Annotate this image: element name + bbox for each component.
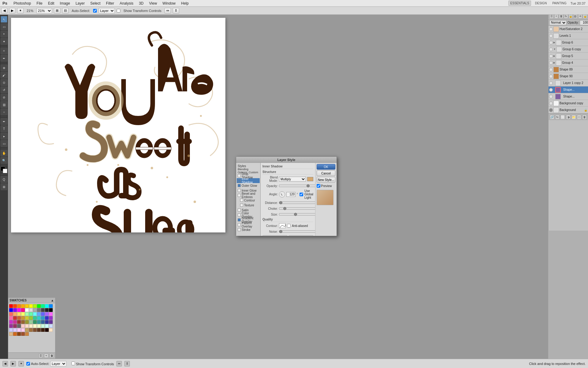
style-item-outerglow[interactable]: Outer Glow (237, 183, 260, 188)
swatch-10[interactable] (49, 304, 53, 308)
angle-dial[interactable] (279, 191, 285, 197)
swatch-3[interactable] (21, 304, 25, 308)
tool-options-btn[interactable]: ◀ (1, 8, 7, 13)
layer-row-shape-sel[interactable]: Shape... (548, 86, 588, 93)
delete-btn[interactable]: 🗑 (582, 115, 587, 120)
style-item-bevemb[interactable]: Bevel and Emboss (237, 193, 260, 198)
swatch-51[interactable] (37, 320, 41, 324)
layer-row-shape90[interactable]: Shape 90 (548, 73, 588, 80)
reset-to-default-btn[interactable]: Reset to Default (289, 235, 314, 236)
hand-tool[interactable]: ✋ (1, 150, 7, 156)
swatch-77[interactable] (9, 332, 13, 336)
eye-icon-bg[interactable] (549, 108, 553, 112)
menu-window[interactable]: Window (160, 1, 178, 6)
swatch-41[interactable] (41, 316, 45, 320)
lasso-tool[interactable]: ⌖ (1, 31, 7, 37)
check-satin[interactable] (238, 209, 241, 212)
pen-tool[interactable]: ✒ (1, 118, 7, 125)
menu-select[interactable]: Select (88, 1, 103, 6)
choke-slider[interactable] (279, 207, 315, 210)
swatch-81[interactable] (25, 332, 29, 336)
swatch-36[interactable] (21, 316, 25, 320)
swatch-38[interactable] (29, 316, 33, 320)
swatch-6[interactable] (33, 304, 37, 308)
blend-mode-select[interactable]: NormalMultiplyScreen (549, 20, 567, 25)
eye-icon-group6copy[interactable] (549, 48, 553, 51)
check-innerglow[interactable] (238, 189, 241, 192)
painting-button[interactable]: PAINTING (551, 1, 568, 6)
eye-icon-bgcopy[interactable] (549, 102, 553, 105)
blend-color-swatch[interactable] (307, 177, 313, 181)
opacity-input[interactable] (580, 20, 588, 25)
status-align-btn2[interactable]: ⇕ (124, 361, 130, 366)
swatch-12[interactable] (13, 308, 17, 312)
swatch-52[interactable] (41, 320, 45, 324)
swatch-22[interactable] (9, 312, 13, 316)
menu-filter[interactable]: Filter (104, 1, 117, 6)
layer-row-group6copy[interactable]: ▼ Group 6 copy (548, 46, 588, 53)
swatch-73[interactable] (37, 328, 41, 332)
swatch-68[interactable] (17, 328, 21, 332)
swatch-24[interactable] (17, 312, 21, 316)
swatch-35[interactable] (17, 316, 21, 320)
gradient-tool[interactable]: ▥ (1, 101, 7, 108)
spot-heal-tool[interactable]: ⊕ (1, 64, 7, 71)
swatch-48[interactable] (25, 320, 29, 324)
swatch-20[interactable] (45, 308, 49, 312)
background-color[interactable] (3, 169, 7, 173)
swatch-80[interactable] (21, 332, 25, 336)
swatch-63[interactable] (41, 324, 45, 328)
swatch-23[interactable] (13, 312, 17, 316)
style-item-patternoverlay[interactable]: Pattern Overlay (237, 222, 260, 227)
check-bevemb[interactable] (238, 194, 241, 197)
design-button[interactable]: DESIGN (533, 1, 548, 6)
swatch-19[interactable] (41, 308, 45, 312)
ok-button[interactable]: OK (317, 164, 335, 170)
distance-slider[interactable] (279, 201, 315, 204)
layer-row-shape2[interactable]: Shape... (548, 93, 588, 100)
menu-3d[interactable]: 3D (136, 1, 146, 6)
swatch-60[interactable] (29, 324, 33, 328)
swatch-21[interactable] (49, 308, 53, 312)
crop-tool[interactable]: ⌗ (1, 48, 7, 54)
swatch-34[interactable] (13, 316, 17, 320)
layer-row-bgcopy[interactable]: Background copy (548, 100, 588, 107)
options-btn-extra[interactable]: ⊞ (54, 8, 60, 13)
adj-layer-btn[interactable]: ◑ (566, 115, 571, 120)
swatch-25[interactable] (21, 312, 25, 316)
menu-photoshop[interactable]: Photoshop (11, 1, 33, 6)
essentials-button[interactable]: ESSENTIALS (508, 1, 531, 6)
swatch-44[interactable] (9, 320, 13, 324)
eye-icon-shape89[interactable] (549, 68, 553, 71)
swatch-5[interactable] (29, 304, 33, 308)
anti-alias-checkbox[interactable] (287, 224, 291, 228)
link-layers-btn[interactable]: 🔗 (550, 115, 554, 120)
swatch-30[interactable] (41, 312, 45, 316)
swatch-61[interactable] (33, 324, 37, 328)
tool-options-btn2[interactable]: ▶ (9, 8, 15, 13)
eyedropper-tool[interactable]: ✒ (1, 55, 7, 62)
swatch-64[interactable] (45, 324, 49, 328)
move-tool[interactable]: ↖ (1, 16, 7, 23)
swatch-78[interactable] (13, 332, 17, 336)
menu-image[interactable]: Image (57, 1, 72, 6)
swatch-33[interactable] (9, 316, 13, 320)
color-picker[interactable] (1, 167, 7, 173)
swatch-42[interactable] (45, 316, 49, 320)
swatch-27[interactable] (29, 312, 33, 316)
check-contour[interactable] (240, 199, 243, 202)
make-default-btn[interactable]: Make Default (262, 235, 287, 236)
quick-mask-btn[interactable]: Q (1, 176, 7, 183)
marquee-tool[interactable]: ▭ (1, 23, 7, 30)
swatch-76[interactable] (49, 328, 53, 332)
preview-checkbox[interactable] (317, 184, 320, 188)
path-tool[interactable]: ▸ (1, 133, 7, 140)
swatch-72[interactable] (33, 328, 37, 332)
swatch-54[interactable] (49, 320, 53, 324)
check-coloroverlay[interactable] (238, 213, 241, 217)
layer-row-husat[interactable]: Hue/Saturation 2 (548, 26, 588, 33)
type-tool[interactable]: T (1, 125, 7, 132)
swatch-59[interactable] (25, 324, 29, 328)
eraser-tool[interactable]: ⊘ (1, 94, 7, 101)
status-showtransform-cb[interactable] (71, 362, 75, 365)
